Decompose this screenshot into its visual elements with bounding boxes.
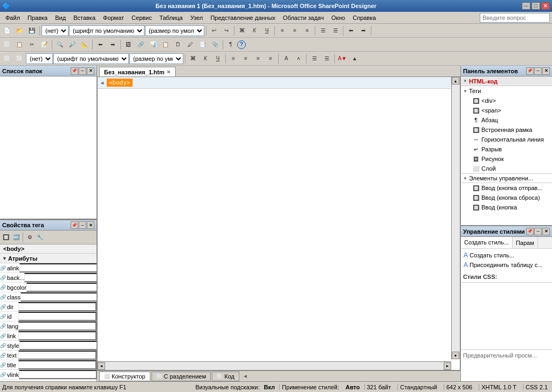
html-section-header[interactable]: ▼ HTML-код: [461, 76, 552, 86]
undo-button[interactable]: ↩: [208, 25, 220, 37]
tb3-size-dd[interactable]: (размер по умолч...: [129, 53, 183, 64]
tag-toolbar-btn3[interactable]: ⚙: [25, 233, 34, 242]
tag-div2[interactable]: ⬜ Слой: [461, 164, 552, 173]
doc-tab-active[interactable]: Без_названия_1.htm ✕: [99, 67, 176, 76]
tb2-btn2[interactable]: 📋: [13, 39, 25, 51]
tag-img[interactable]: 🖼 Рисунок: [461, 154, 552, 164]
attr-value-dir[interactable]: [18, 302, 96, 311]
doc-body-content[interactable]: [98, 89, 460, 361]
attr-value-style[interactable]: [19, 341, 96, 350]
ctrl-submit[interactable]: 🔲 Ввод (кнопка отправ...: [461, 183, 552, 193]
attr-value-class[interactable]: [20, 292, 96, 302]
scroll-right-button[interactable]: ►: [444, 362, 451, 370]
attr-value-title[interactable]: [18, 360, 96, 369]
menu-edit[interactable]: Правка: [24, 13, 51, 22]
attr-value-id[interactable]: [18, 312, 96, 321]
elements-panel-pin[interactable]: 📌: [526, 67, 534, 75]
save-button[interactable]: 💾: [26, 25, 38, 37]
tb3-italic[interactable]: К: [199, 53, 211, 65]
close-button[interactable]: ✕: [541, 2, 550, 10]
tb2-btn4[interactable]: 📝: [38, 39, 50, 51]
align-center-button[interactable]: ≡: [289, 25, 301, 37]
tb3-style-dd[interactable]: (нет): [26, 53, 53, 64]
tag-toolbar-btn1[interactable]: 🔲: [1, 233, 11, 242]
scrollbar-horizontal[interactable]: ◄ ►: [98, 361, 451, 370]
tag-hr[interactable]: ─ Горизонтальная линия: [461, 135, 552, 144]
attr-value-vlink[interactable]: [19, 370, 96, 379]
outdent-button[interactable]: ⬅: [345, 25, 357, 37]
maximize-button[interactable]: □: [532, 2, 540, 10]
menu-service[interactable]: Сервис: [128, 13, 155, 22]
attr-value-back[interactable]: [24, 273, 96, 282]
tb2-btn7[interactable]: 📐: [79, 39, 91, 51]
tb2-btn13[interactable]: 📋: [160, 39, 171, 51]
create-style-btn[interactable]: A Создать стиль...: [463, 251, 550, 260]
styles-panel-minimize[interactable]: ─: [534, 228, 542, 235]
tb3-btn1[interactable]: ⬜: [1, 53, 13, 65]
folder-panel-pin[interactable]: 📌: [71, 67, 78, 75]
menu-table[interactable]: Таблица: [156, 13, 186, 22]
tb2-help[interactable]: ?: [237, 40, 246, 49]
ctrl-btn[interactable]: 🔲 Ввод (кнопка: [461, 202, 552, 212]
tb3-fontsize-l[interactable]: A: [280, 53, 292, 65]
tag-panel-minimize[interactable]: ─: [79, 221, 86, 229]
indent-button[interactable]: ➡: [357, 25, 369, 37]
align-left-button[interactable]: ≡: [277, 25, 288, 37]
tb2-btn1[interactable]: ⬜: [1, 39, 13, 51]
scroll-track-horizontal[interactable]: [105, 362, 444, 370]
attr-value-text[interactable]: [18, 351, 96, 360]
folder-panel-minimize[interactable]: ─: [79, 67, 86, 75]
tb2-btn9[interactable]: ➡: [107, 39, 119, 51]
font-dropdown[interactable]: (шрифт по умолчанию): [69, 25, 144, 36]
tag-toolbar-btn2[interactable]: 🔤: [11, 233, 21, 242]
style-dropdown[interactable]: (нет): [42, 25, 68, 36]
tag-br[interactable]: ↵ Разрыв: [461, 144, 552, 154]
tb3-font-dd[interactable]: (шрифт по умолчанию): [53, 53, 129, 64]
attr-value-link[interactable]: [18, 331, 96, 340]
tag-span[interactable]: 🔲 <span>: [461, 106, 552, 115]
tb3-numlist[interactable]: ☰: [321, 53, 333, 65]
tag-panel-close[interactable]: ✕: [87, 221, 94, 229]
tb2-btn10[interactable]: 🖼: [122, 39, 134, 51]
tb2-btn17[interactable]: 📎: [209, 39, 221, 51]
menu-view[interactable]: Вид: [52, 13, 69, 22]
tb2-btn6[interactable]: 🔎: [66, 39, 78, 51]
scroll-left-button[interactable]: ◄: [98, 362, 105, 370]
tb2-btn5[interactable]: 🔍: [54, 39, 66, 51]
kod-tab[interactable]: ⬜ Код: [212, 372, 239, 381]
size-dropdown[interactable]: (размер по умолч...: [145, 25, 204, 36]
tb2-btn15[interactable]: 🖊: [184, 39, 196, 51]
menu-insert[interactable]: Вставка: [70, 13, 99, 22]
tag-iframe[interactable]: 🔲 Встроенная рамка: [461, 125, 552, 135]
tag-div[interactable]: 🔲 <div>: [461, 96, 552, 106]
attr-value-bgcolor[interactable]: [26, 283, 96, 292]
tb3-align-r[interactable]: ≡: [252, 53, 264, 65]
redo-button[interactable]: ↪: [220, 25, 232, 37]
tb3-list[interactable]: ☰: [308, 53, 320, 65]
styles-panel-close[interactable]: ✕: [542, 228, 550, 235]
numlist-button[interactable]: ☰: [329, 25, 341, 37]
tb3-underline[interactable]: Ч: [212, 53, 224, 65]
menu-help[interactable]: Справка: [349, 13, 379, 22]
tb2-btn18[interactable]: ¶: [225, 39, 237, 51]
tb2-btn16[interactable]: 📑: [197, 39, 209, 51]
tb2-btn8[interactable]: ⬅: [94, 39, 106, 51]
menu-file[interactable]: Файл: [2, 13, 23, 22]
tb3-fontsize-s[interactable]: A: [293, 53, 305, 65]
ctrl-reset[interactable]: 🔲 Ввод (кнопка сброса): [461, 193, 552, 202]
tb3-btn2[interactable]: ⬜: [13, 53, 25, 65]
minimize-button[interactable]: ─: [522, 2, 530, 10]
elements-panel-minimize[interactable]: ─: [534, 67, 542, 75]
scroll-down-button[interactable]: ▼: [452, 352, 459, 359]
tb2-btn14[interactable]: 🗒: [172, 39, 184, 51]
help-search-input[interactable]: [480, 13, 550, 23]
styles-panel-pin[interactable]: 📌: [526, 228, 534, 235]
menu-node[interactable]: Узел: [187, 13, 206, 22]
open-button[interactable]: 📂: [13, 25, 25, 37]
list-button[interactable]: ☰: [317, 25, 329, 37]
doc-tab-close[interactable]: ✕: [167, 69, 171, 75]
tag-p[interactable]: ¶ Абзац: [461, 115, 552, 125]
attr-value-alink[interactable]: [19, 263, 96, 272]
tb3-align-j[interactable]: ≡: [265, 53, 277, 65]
menu-format[interactable]: Формат: [100, 13, 127, 22]
